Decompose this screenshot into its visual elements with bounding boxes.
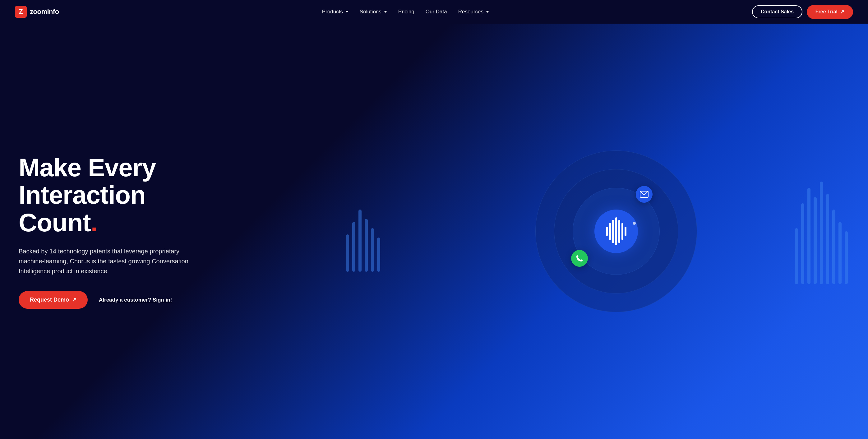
arrow-icon: ↗	[840, 9, 844, 15]
nav-item-resources[interactable]: Resources	[458, 9, 489, 15]
bar-v	[814, 197, 817, 284]
waveform-bar	[609, 223, 611, 240]
hero-content: Make Every Interaction Count. Backed by …	[0, 135, 211, 328]
waveform-bar	[621, 223, 623, 240]
nav-item-our-data[interactable]: Our Data	[426, 9, 447, 15]
waveform-bar	[618, 220, 620, 243]
nav-link-solutions[interactable]: Solutions	[360, 9, 387, 15]
request-demo-button[interactable]: Request Demo ↗	[19, 291, 88, 309]
circles-container	[535, 151, 697, 312]
email-badge	[636, 186, 653, 203]
nav-link-resources[interactable]: Resources	[458, 9, 489, 15]
waveform-bars	[606, 217, 626, 245]
bar-v	[795, 228, 798, 284]
email-icon	[640, 191, 649, 198]
decorative-dot	[633, 222, 636, 225]
nav-item-pricing[interactable]: Pricing	[398, 9, 414, 15]
waveform-center	[594, 210, 638, 253]
nav-link-pricing[interactable]: Pricing	[398, 9, 414, 15]
bar-v	[845, 231, 848, 284]
nav-links: Products Solutions Pricing Our Data Reso…	[322, 9, 489, 15]
phone-badge	[571, 250, 588, 267]
bars-left-group	[346, 191, 380, 272]
bar-v	[352, 222, 355, 272]
nav-actions: Contact Sales Free Trial ↗	[752, 5, 853, 19]
bar-v	[801, 203, 804, 284]
hero-visual	[365, 24, 868, 439]
bars-right-group	[795, 179, 848, 284]
bar-v	[377, 238, 380, 272]
contact-sales-button[interactable]: Contact Sales	[752, 5, 802, 18]
logo-name: zoominfo	[30, 8, 59, 16]
bar-v	[832, 210, 835, 284]
logo-link[interactable]: Z zoominfo	[15, 6, 59, 18]
waveform-bar	[615, 217, 617, 245]
arrow-icon: ↗	[72, 296, 76, 303]
waveform-bar	[612, 220, 614, 243]
bar-v	[346, 234, 349, 272]
signin-link[interactable]: Already a customer? Sign in!	[99, 297, 172, 303]
bar-v	[826, 194, 829, 284]
chevron-down-icon	[345, 11, 348, 13]
bar-v	[838, 222, 842, 284]
phone-icon	[576, 254, 584, 262]
chevron-down-icon	[384, 11, 387, 13]
waveform-bar	[606, 227, 608, 236]
hero-actions: Request Demo ↗ Already a customer? Sign …	[19, 291, 193, 309]
bar-v	[371, 228, 374, 272]
hero-subtext: Backed by 14 technology patents that lev…	[19, 246, 193, 276]
bar-v	[365, 219, 368, 272]
navbar: Z zoominfo Products Solutions Pricing Ou…	[0, 0, 868, 24]
nav-link-our-data[interactable]: Our Data	[426, 9, 447, 15]
hero-section: Make Every Interaction Count. Backed by …	[0, 24, 868, 439]
hero-heading: Make Every Interaction Count.	[19, 154, 193, 237]
nav-link-products[interactable]: Products	[322, 9, 348, 15]
chevron-down-icon	[486, 11, 489, 13]
waveform-bar	[625, 227, 626, 236]
logo-icon: Z	[15, 6, 27, 18]
free-trial-button[interactable]: Free Trial ↗	[807, 5, 853, 19]
bar-v	[807, 188, 810, 284]
bar-v	[820, 182, 823, 284]
bar-v	[359, 210, 362, 272]
nav-item-solutions[interactable]: Solutions	[360, 9, 387, 15]
nav-item-products[interactable]: Products	[322, 9, 348, 15]
